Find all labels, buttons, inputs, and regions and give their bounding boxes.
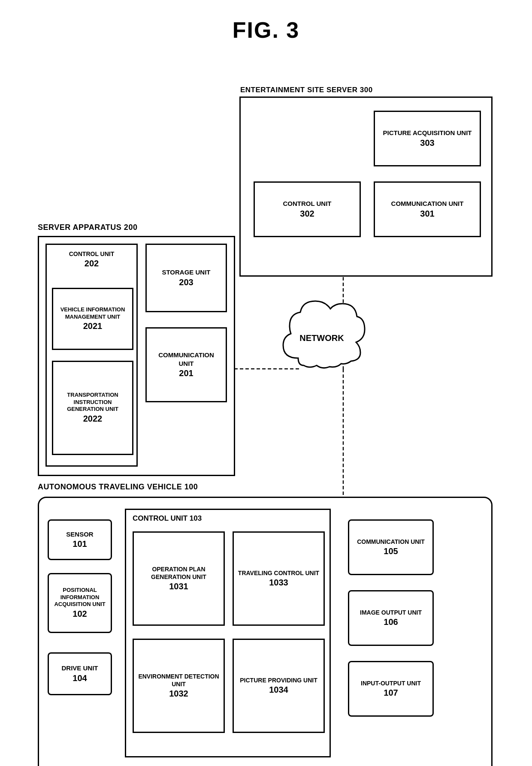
server-apparatus-label: SERVER APPARATUS 200	[38, 223, 137, 232]
communication-unit-201-box: COMMUNICATION UNIT 201	[145, 327, 227, 402]
image-output-106-box: IMAGE OUTPUT UNIT 106	[348, 590, 434, 646]
transport-gen-box: TRANSPORTATION INSTRUCTION GENERATION UN…	[52, 361, 133, 455]
storage-unit-203-box: STORAGE UNIT 203	[145, 244, 227, 312]
autonomous-vehicle-label: AUTONOMOUS TRAVELING VEHICLE 100	[38, 483, 198, 492]
drive-unit-104-box: DRIVE UNIT 104	[48, 652, 112, 695]
picture-acquisition-box: PICTURE ACQUISITION UNIT 303	[374, 111, 481, 166]
operation-plan-box: OPERATION PLAN GENERATION UNIT 1031	[133, 531, 225, 626]
svg-text:NETWORK: NETWORK	[299, 333, 344, 343]
control-unit-302-box: CONTROL UNIT 302	[254, 181, 361, 237]
control-unit-202-group: CONTROL UNIT 202 VEHICLE INFORMATION MAN…	[45, 244, 138, 467]
positional-info-box: POSITIONAL INFORMATION ACQUISITION UNIT …	[48, 573, 112, 633]
communication-unit-301-box: COMMUNICATION UNIT 301	[374, 181, 481, 237]
control-unit-202-label: CONTROL UNIT 202	[51, 250, 132, 269]
communication-unit-105-box: COMMUNICATION UNIT 105	[348, 519, 434, 575]
input-output-107-box: INPUT-OUTPUT UNIT 107	[348, 661, 434, 717]
vehicle-mgmt-box: VEHICLE INFORMATION MANAGEMENT UNIT 2021	[52, 288, 133, 350]
sensor-101-box: SENSOR 101	[48, 519, 112, 560]
environment-detection-box: ENVIRONMENT DETECTION UNIT 1032	[133, 639, 225, 733]
server-apparatus-box: CONTROL UNIT 202 VEHICLE INFORMATION MAN…	[38, 236, 235, 476]
traveling-control-box: TRAVELING CONTROL UNIT 1033	[233, 531, 325, 626]
page-title: FIG. 3	[0, 0, 532, 43]
picture-providing-box: PICTURE PROVIDING UNIT 1034	[233, 639, 325, 733]
entertainment-server-label: ENTERTAINMENT SITE SERVER 300	[240, 86, 373, 94]
control-unit-103-box: CONTROL UNIT 103 OPERATION PLAN GENERATI…	[125, 509, 331, 757]
entertainment-server-box: PICTURE ACQUISITION UNIT 303 COMMUNICATI…	[239, 97, 493, 277]
network-cloud: NETWORK	[275, 296, 369, 373]
control-unit-103-label: CONTROL UNIT 103	[133, 514, 202, 523]
autonomous-vehicle-box: SENSOR 101 POSITIONAL INFORMATION ACQUIS…	[38, 497, 493, 766]
